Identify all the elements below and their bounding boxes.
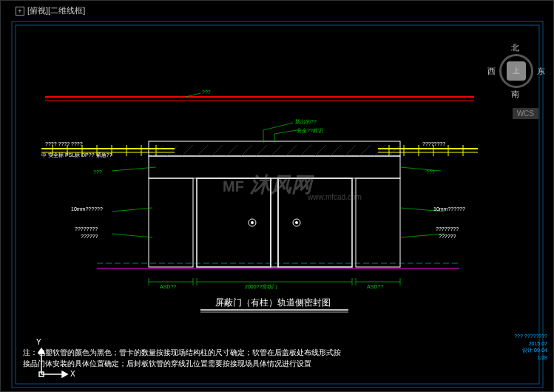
- svg-line-31: [256, 145, 267, 156]
- svg-rect-41: [149, 178, 193, 267]
- dim-left: ASD??: [160, 284, 176, 290]
- svg-line-58: [112, 234, 152, 237]
- drawing-title: 屏蔽门（有柱）轨道侧密封图: [215, 297, 331, 309]
- svg-point-49: [295, 221, 298, 224]
- label-left-top1: ???? ???? ????: [45, 141, 83, 147]
- svg-line-38: [359, 145, 371, 156]
- label-center-top1: 新出的??: [295, 119, 317, 125]
- svg-rect-1: [16, 25, 539, 384]
- svg-line-28: [212, 145, 223, 156]
- svg-line-35: [315, 145, 326, 156]
- dim-right: ASD??: [367, 284, 383, 290]
- svg-line-36: [330, 145, 341, 156]
- svg-line-40: [389, 145, 400, 156]
- tb-l2: 2015.07: [514, 340, 547, 348]
- svg-line-26: [182, 145, 193, 156]
- tb-l1: ??? ????????: [514, 333, 547, 340]
- svg-line-61: [400, 234, 445, 237]
- svg-rect-22: [149, 141, 400, 156]
- svg-line-53: [263, 123, 293, 130]
- svg-rect-44: [356, 178, 400, 267]
- svg-line-57: [112, 208, 152, 212]
- drawing-note: 注：包塑软管的颜色为黑色；管卡的数量按接现场结构柱的尺寸确定；软管在后盖板处布线…: [23, 347, 393, 369]
- label-left-bot: ????????: [75, 226, 98, 232]
- label-left-bot2: ??????: [81, 234, 98, 240]
- label-right-top: ????????: [422, 141, 445, 147]
- svg-line-37: [345, 145, 356, 156]
- note-line2: 接品门体安装的具体位置确定；后封板软管的穿线孔位置需要按接现场具体情况进行设置: [23, 359, 311, 368]
- tb-l4: 1/28: [514, 354, 547, 362]
- label-right-bot: ????????: [436, 226, 459, 232]
- label-right-bot2: ??????: [439, 234, 456, 240]
- tb-l3: 设计-09-04: [514, 347, 547, 354]
- label-left-mid: ???: [93, 169, 102, 175]
- label-left-top2: 中 安全标 PSL标 DP?? 紧急??: [41, 152, 112, 158]
- svg-line-32: [271, 145, 282, 156]
- svg-rect-42: [197, 178, 271, 267]
- svg-marker-75: [62, 371, 67, 377]
- label-left-10mm: 10mm??????: [71, 206, 103, 212]
- svg-line-27: [197, 145, 208, 156]
- svg-line-33: [286, 145, 297, 156]
- svg-text:Y: Y: [36, 338, 41, 346]
- cad-viewport[interactable]: +[俯视][二维线框] 上 北 南 东 西 WCS: [0, 0, 554, 392]
- svg-point-48: [251, 221, 254, 224]
- svg-line-56: [112, 167, 156, 171]
- svg-line-24: [152, 145, 163, 156]
- note-line1: 包塑软管的颜色为黑色；管卡的数量按接现场结构柱的尺寸确定；软管在后盖板处布线形式…: [38, 348, 341, 356]
- svg-line-34: [300, 145, 311, 156]
- svg-line-39: [374, 145, 385, 156]
- svg-rect-43: [278, 178, 352, 267]
- svg-line-30: [241, 145, 252, 156]
- svg-text:X: X: [70, 370, 75, 378]
- note-prefix: 注：: [23, 348, 38, 356]
- title-block: ??? ???????? 2015.07 设计-09-04 1/28: [514, 333, 547, 362]
- label-right-10mm: 10mm??????: [433, 206, 465, 212]
- svg-line-25: [167, 145, 178, 156]
- label-right-mid: ???: [426, 169, 435, 175]
- label-center-top2: 安全??标识: [297, 128, 323, 134]
- cad-drawing: X Y: [1, 1, 554, 392]
- svg-rect-0: [12, 21, 543, 388]
- svg-line-29: [226, 145, 237, 156]
- svg-line-55: [274, 130, 297, 134]
- svg-rect-45: [271, 178, 278, 267]
- svg-rect-23: [149, 156, 400, 178]
- label-red: ???: [202, 89, 211, 95]
- dim-center: 2000??滑动门: [245, 284, 277, 290]
